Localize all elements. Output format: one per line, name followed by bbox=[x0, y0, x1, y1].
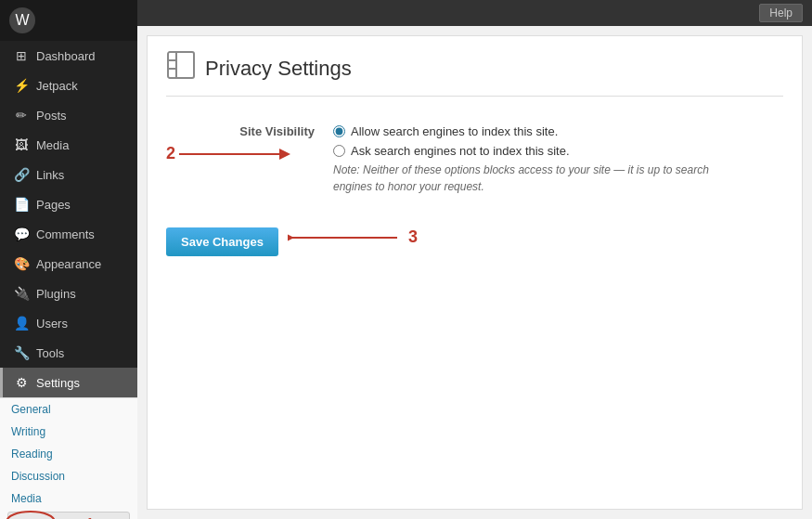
sidebar-item-links[interactable]: 🔗 Links bbox=[0, 160, 137, 189]
posts-icon: ✏ bbox=[14, 108, 29, 123]
wp-logo: W bbox=[9, 7, 35, 33]
sidebar-item-comments[interactable]: 💬 Comments bbox=[0, 219, 137, 249]
subnav-item-general[interactable]: General bbox=[0, 398, 137, 421]
settings-form: Site Visibility Allow search engines to … bbox=[166, 115, 783, 204]
sidebar-item-settings[interactable]: ⚙ Settings bbox=[0, 368, 137, 397]
save-row: Save Changes 3 bbox=[166, 218, 783, 256]
sidebar-item-pages[interactable]: 📄 Pages bbox=[0, 189, 137, 219]
sidebar-item-posts[interactable]: ✏ Posts bbox=[0, 100, 137, 130]
settings-icon: ⚙ bbox=[14, 375, 29, 390]
annotation-3-arrow bbox=[288, 228, 399, 247]
subnav-item-media-sub[interactable]: Media bbox=[0, 487, 137, 510]
links-icon: 🔗 bbox=[14, 167, 29, 182]
jetpack-icon: ⚡ bbox=[14, 78, 29, 93]
annotation-2-label: 2 bbox=[166, 144, 175, 163]
topbar: Help bbox=[137, 0, 812, 26]
radio-option-ask[interactable]: Ask search engines not to index this sit… bbox=[333, 144, 570, 158]
annotation-1-label: 1 bbox=[86, 515, 94, 519]
sidebar: W ⊞ Dashboard ⚡ Jetpack ✏ Posts 🖼 Media … bbox=[0, 0, 137, 519]
dashboard-icon: ⊞ bbox=[14, 48, 29, 63]
site-visibility-options: Allow search engines to index this site.… bbox=[333, 115, 783, 204]
plugins-icon: 🔌 bbox=[14, 286, 29, 301]
radio-ask[interactable] bbox=[333, 145, 345, 157]
subnav-item-privacy[interactable]: Privacy 1 bbox=[7, 512, 130, 519]
sidebar-item-plugins[interactable]: 🔌 Plugins bbox=[0, 279, 137, 308]
settings-subnav: General Writing Reading Discussion Media… bbox=[0, 397, 137, 519]
annotation-2-container: Ask search engines not to index this sit… bbox=[333, 144, 783, 158]
subnav-item-writing[interactable]: Writing bbox=[0, 421, 137, 443]
users-icon: 👤 bbox=[14, 316, 29, 331]
sidebar-logo: W bbox=[0, 0, 137, 41]
radio-ask-label: Ask search engines not to index this sit… bbox=[351, 144, 570, 158]
annotation-3-label: 3 bbox=[408, 227, 418, 247]
help-button[interactable]: Help bbox=[759, 4, 803, 22]
page-header: Privacy Settings bbox=[166, 50, 783, 97]
radio-option-allow[interactable]: Allow search engines to index this site. bbox=[333, 124, 783, 138]
sidebar-item-appearance[interactable]: 🎨 Appearance bbox=[0, 249, 137, 279]
subnav-item-reading[interactable]: Reading bbox=[0, 443, 137, 465]
media-icon: 🖼 bbox=[14, 137, 29, 152]
radio-allow-label: Allow search engines to index this site. bbox=[351, 124, 558, 138]
subnav-item-discussion[interactable]: Discussion bbox=[0, 465, 137, 487]
annotation-2: 2 bbox=[166, 144, 300, 163]
annotation-2-arrow bbox=[179, 145, 300, 163]
page-header-icon bbox=[166, 50, 196, 86]
content-area: Privacy Settings Site Visibility Allow s… bbox=[147, 35, 803, 510]
sidebar-item-media[interactable]: 🖼 Media bbox=[0, 130, 137, 160]
save-changes-button[interactable]: Save Changes bbox=[166, 227, 278, 256]
sidebar-item-jetpack[interactable]: ⚡ Jetpack bbox=[0, 71, 137, 100]
comments-icon: 💬 bbox=[14, 227, 29, 241]
sidebar-item-dashboard[interactable]: ⊞ Dashboard bbox=[0, 41, 137, 71]
radio-allow[interactable] bbox=[333, 125, 345, 137]
pages-icon: 📄 bbox=[14, 197, 29, 212]
sidebar-item-users[interactable]: 👤 Users bbox=[0, 308, 137, 338]
svg-rect-1 bbox=[168, 52, 194, 78]
page-title: Privacy Settings bbox=[205, 57, 352, 81]
sidebar-item-tools[interactable]: 🔧 Tools bbox=[0, 338, 137, 368]
site-visibility-row: Site Visibility Allow search engines to … bbox=[166, 115, 783, 204]
tools-icon: 🔧 bbox=[14, 345, 29, 360]
appearance-icon: 🎨 bbox=[14, 256, 29, 271]
privacy-settings-icon bbox=[166, 50, 196, 80]
visibility-note: Note: Neither of these options blocks ac… bbox=[333, 162, 751, 195]
